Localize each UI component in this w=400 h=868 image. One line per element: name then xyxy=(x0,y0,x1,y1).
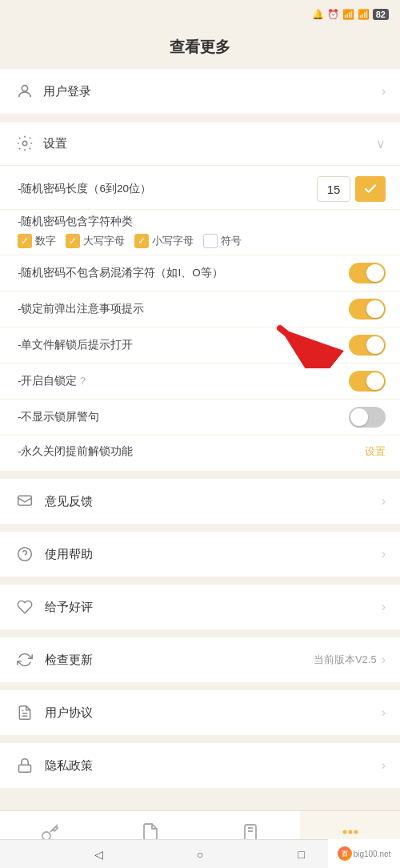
back-button[interactable]: ◁ xyxy=(90,846,106,862)
lock-notice-label: -锁定前弹出注意事项提示 xyxy=(18,302,349,316)
disable-unlock-row: -永久关闭提前解锁功能 设置 xyxy=(0,436,400,468)
open-hint-toggle[interactable] xyxy=(349,335,386,356)
signal-icon: 📶 xyxy=(358,9,370,20)
watermark-logo: 百 xyxy=(338,846,352,861)
user-login-section: 用户登录 › xyxy=(0,69,400,114)
checkbox-lowercase-label: 小写字母 xyxy=(152,234,194,248)
privacy-label: 隐私政策 xyxy=(45,758,382,774)
update-item[interactable]: 检查更新 当前版本V2.5 › xyxy=(0,637,400,682)
checkbox-numbers[interactable]: ✓ 数字 xyxy=(18,234,56,248)
auto-lock-toggle[interactable] xyxy=(349,371,386,392)
home-button[interactable]: ○ xyxy=(192,846,208,862)
user-login-arrow: › xyxy=(382,84,386,98)
wifi-icon: 📶 xyxy=(342,9,354,20)
no-warning-thumb xyxy=(350,408,368,426)
pwd-length-confirm-button[interactable] xyxy=(355,176,386,202)
feedback-section: 意见反馈 › xyxy=(0,479,400,524)
agreement-label: 用户协议 xyxy=(45,705,382,721)
rate-label: 给予好评 xyxy=(45,600,382,615)
status-bar: 🔔 ⏰ 📶 📶 82 xyxy=(0,0,400,29)
svg-point-1 xyxy=(22,141,27,146)
agreement-arrow: › xyxy=(382,705,386,720)
update-arrow: › xyxy=(382,653,386,667)
svg-point-9 xyxy=(42,832,50,840)
checkbox-numbers-box[interactable]: ✓ xyxy=(18,234,32,248)
auto-lock-row: -开启自锁定 ? xyxy=(0,364,400,400)
alarm-icon: ⏰ xyxy=(327,9,339,20)
svg-rect-10 xyxy=(245,825,256,841)
page-title: 查看更多 xyxy=(0,29,400,69)
disable-unlock-link[interactable]: 设置 xyxy=(365,444,386,459)
recent-button[interactable]: □ xyxy=(294,846,310,862)
pwd-length-input[interactable] xyxy=(317,176,350,202)
help-section: 使用帮助 › xyxy=(0,532,400,577)
no-warning-toggle[interactable] xyxy=(349,407,386,428)
lock-notice-toggle[interactable] xyxy=(349,299,386,319)
pwd-length-row: -随机密码长度（6到20位） xyxy=(0,169,400,210)
open-hint-label: -单文件解锁后提示打开 xyxy=(18,338,349,352)
checkbox-uppercase-label: 大写字母 xyxy=(83,234,125,248)
help-label: 使用帮助 xyxy=(45,547,382,562)
checkbox-symbols[interactable]: 符号 xyxy=(203,234,242,248)
help-icon xyxy=(14,544,35,565)
auto-lock-thumb xyxy=(366,372,384,390)
feedback-label: 意见反馈 xyxy=(45,494,382,509)
svg-point-14 xyxy=(354,830,357,833)
checkbox-items: ✓ 数字 ✓ 大写字母 ✓ 小写字母 符号 xyxy=(18,234,386,248)
svg-rect-3 xyxy=(18,496,32,505)
rate-section: 给予好评 › xyxy=(0,585,400,629)
privacy-arrow: › xyxy=(382,758,386,773)
status-icons: 🔔 ⏰ 📶 📶 82 xyxy=(312,9,389,20)
pwd-length-label: -随机密码长度（6到20位） xyxy=(18,182,317,196)
system-nav: ◁ ○ □ 百 big100.net xyxy=(0,839,400,868)
no-confusable-row: -随机密码不包含易混淆字符（如I、O等） xyxy=(0,255,400,291)
svg-point-4 xyxy=(18,548,32,561)
help-item[interactable]: 使用帮助 › xyxy=(0,532,400,577)
checkbox-uppercase[interactable]: ✓ 大写字母 xyxy=(66,234,125,248)
lock-notice-row: -锁定前弹出注意事项提示 xyxy=(0,291,400,328)
lock-notice-thumb xyxy=(366,300,384,318)
no-confusable-thumb xyxy=(366,264,384,282)
user-login-item[interactable]: 用户登录 › xyxy=(0,69,400,114)
open-hint-thumb xyxy=(366,336,384,354)
agreement-item[interactable]: 用户协议 › xyxy=(0,690,400,735)
no-warning-label: -不显示锁屏警句 xyxy=(18,410,349,424)
checkbox-symbols-box[interactable] xyxy=(203,234,218,248)
checkbox-uppercase-box[interactable]: ✓ xyxy=(66,234,80,248)
no-confusable-toggle[interactable] xyxy=(349,263,386,283)
disable-unlock-label: -永久关闭提前解锁功能 xyxy=(18,444,358,459)
nfc-icon: 🔔 xyxy=(312,9,324,20)
checkbox-symbols-label: 符号 xyxy=(221,234,242,248)
rate-icon xyxy=(14,597,35,617)
update-section: 检查更新 当前版本V2.5 › xyxy=(0,637,400,682)
agreement-section: 用户协议 › xyxy=(0,690,400,735)
settings-collapse-arrow[interactable]: ∨ xyxy=(376,136,386,151)
privacy-item[interactable]: 隐私政策 › xyxy=(0,743,400,788)
no-warning-row: -不显示锁屏警句 xyxy=(0,400,400,436)
auto-lock-label: -开启自锁定 ? xyxy=(18,374,349,388)
watermark-text: big100.net xyxy=(354,850,391,858)
svg-point-13 xyxy=(349,830,351,833)
update-icon xyxy=(14,649,35,670)
no-confusable-label: -随机密码不包含易混淆字符（如I、O等） xyxy=(18,266,349,280)
pwd-charset-label: -随机密码包含字符种类 xyxy=(18,215,386,229)
watermark: 百 big100.net xyxy=(328,839,400,868)
feedback-item[interactable]: 意见反馈 › xyxy=(0,479,400,524)
settings-label: 设置 xyxy=(43,136,376,151)
battery-level: 82 xyxy=(373,9,389,20)
svg-rect-8 xyxy=(19,765,31,772)
rate-arrow: › xyxy=(382,600,386,614)
svg-point-12 xyxy=(343,830,346,833)
checkbox-lowercase[interactable]: ✓ 小写字母 xyxy=(134,234,194,248)
settings-header: 设置 ∨ xyxy=(0,122,400,166)
feedback-arrow: › xyxy=(382,494,386,508)
agreement-icon xyxy=(14,702,35,723)
privacy-section: 隐私政策 › xyxy=(0,743,400,788)
checkbox-lowercase-box[interactable]: ✓ xyxy=(134,234,149,248)
user-login-label: 用户登录 xyxy=(43,84,382,99)
help-arrow: › xyxy=(382,547,386,561)
rate-item[interactable]: 给予好评 › xyxy=(0,585,400,629)
update-version: 当前版本V2.5 xyxy=(314,653,377,667)
settings-icon xyxy=(14,133,35,154)
settings-body: -随机密码长度（6到20位） -随机密码包含字符种类 ✓ 数字 xyxy=(0,166,400,471)
